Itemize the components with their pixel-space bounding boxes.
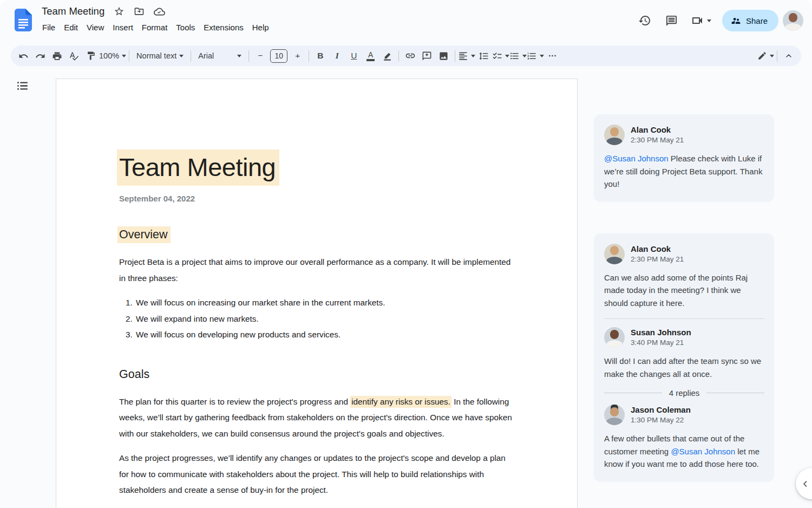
commenter-name: Alan Cook bbox=[631, 125, 684, 134]
meet-dropdown-caret-icon[interactable] bbox=[707, 19, 711, 22]
highlight-color-button[interactable] bbox=[379, 48, 396, 64]
list-item[interactable]: We will expand into new markets. bbox=[135, 311, 514, 327]
comment-timestamp: 1:30 PM May 22 bbox=[631, 416, 691, 424]
phases-numbered-list[interactable]: We will focus on increasing our market s… bbox=[119, 295, 514, 343]
cloud-saved-icon[interactable] bbox=[154, 6, 165, 17]
line-spacing-button[interactable] bbox=[475, 48, 492, 64]
goals-paragraph-2[interactable]: As the project progresses, we’ll identif… bbox=[119, 450, 514, 498]
print-button[interactable] bbox=[49, 48, 66, 64]
star-icon[interactable] bbox=[114, 6, 125, 17]
document-outline-icon bbox=[16, 79, 29, 93]
undo-button[interactable] bbox=[15, 48, 32, 64]
menu-tools[interactable]: Tools bbox=[172, 21, 199, 34]
comment-timestamp: 2:30 PM May 21 bbox=[631, 136, 684, 144]
overview-heading[interactable]: Overview bbox=[119, 228, 514, 242]
insert-link-button[interactable] bbox=[402, 48, 418, 64]
reply-body: A few other bullets that came out of the… bbox=[604, 432, 764, 471]
comment-thread-2[interactable]: Alan Cook 2:30 PM May 21 Can we also add… bbox=[594, 233, 774, 482]
google-docs-logo-icon[interactable] bbox=[15, 8, 32, 32]
decrease-font-size-button[interactable]: − bbox=[252, 48, 269, 64]
join-meet-button[interactable] bbox=[687, 9, 715, 32]
document-page[interactable]: Team Meeting September 04, 2022 Overview… bbox=[56, 79, 578, 508]
replies-expander[interactable]: 4 replies bbox=[604, 388, 764, 398]
menu-help[interactable]: Help bbox=[248, 21, 273, 34]
toolbar-divider bbox=[309, 50, 309, 62]
menu-insert[interactable]: Insert bbox=[108, 21, 137, 34]
mention-link[interactable]: @Susan Johnson bbox=[671, 447, 735, 456]
align-select[interactable] bbox=[458, 48, 475, 64]
menu-format[interactable]: Format bbox=[137, 21, 172, 34]
styles-select[interactable]: Normal text bbox=[132, 48, 188, 64]
font-select[interactable]: Arial bbox=[194, 48, 246, 64]
text-color-button[interactable]: A bbox=[362, 48, 379, 64]
menu-extensions[interactable]: Extensions bbox=[199, 21, 247, 34]
doc-title-text-highlighted: Team Meeting bbox=[117, 149, 279, 186]
commenter-name: Susan Johnson bbox=[631, 327, 691, 337]
move-folder-icon[interactable] bbox=[134, 6, 145, 17]
font-value: Arial bbox=[198, 51, 214, 60]
replies-count-label: 4 replies bbox=[669, 388, 700, 398]
mention-link[interactable]: @Susan Johnson bbox=[604, 154, 669, 163]
doc-title-line[interactable]: Team Meeting bbox=[119, 149, 514, 186]
document-title[interactable]: Team Meeting bbox=[42, 5, 104, 17]
menu-view[interactable]: View bbox=[82, 21, 108, 34]
font-size-input[interactable]: 10 bbox=[270, 49, 287, 63]
doc-date[interactable]: September 04, 2022 bbox=[119, 194, 514, 203]
toolbar-divider bbox=[777, 50, 777, 62]
goals-paragraph-1[interactable]: The plan for this quarter is to review t… bbox=[119, 394, 514, 442]
underline-button[interactable]: U bbox=[345, 48, 362, 64]
list-item[interactable]: We will focus on developing new products… bbox=[135, 327, 514, 343]
font-caret-icon bbox=[237, 55, 241, 57]
paint-format-button[interactable] bbox=[82, 48, 99, 64]
comment-timestamp: 3:40 PM May 21 bbox=[631, 338, 691, 347]
undo-icon bbox=[18, 51, 29, 61]
open-comments-button[interactable] bbox=[660, 9, 683, 32]
more-icon: ⋯ bbox=[548, 51, 557, 61]
highlighter-icon bbox=[382, 51, 392, 61]
checklist-select[interactable] bbox=[492, 48, 509, 64]
toolbar-divider bbox=[455, 50, 455, 62]
styles-caret-icon bbox=[179, 55, 184, 57]
commenter-avatar bbox=[604, 405, 625, 425]
menu-edit[interactable]: Edit bbox=[60, 21, 82, 34]
show-document-outline-button[interactable] bbox=[16, 79, 29, 93]
checklist-caret-icon bbox=[505, 55, 509, 57]
share-button[interactable]: Share bbox=[722, 10, 778, 31]
numbered-list-icon bbox=[527, 51, 537, 61]
editing-mode-select[interactable] bbox=[757, 48, 774, 64]
redo-button[interactable] bbox=[32, 48, 49, 64]
menu-file[interactable]: File bbox=[38, 21, 60, 34]
italic-button[interactable]: I bbox=[329, 48, 345, 64]
insert-image-icon bbox=[438, 51, 449, 61]
align-left-icon bbox=[458, 51, 468, 61]
editing-mode-caret-icon bbox=[770, 55, 774, 57]
collapse-toolbar-button[interactable] bbox=[780, 48, 797, 64]
numbered-list-select[interactable] bbox=[527, 48, 544, 64]
increase-font-size-button[interactable]: + bbox=[289, 48, 306, 64]
bold-button[interactable]: B bbox=[312, 48, 329, 64]
add-comment-button[interactable] bbox=[418, 48, 435, 64]
toolbar-divider bbox=[129, 50, 129, 62]
list-item[interactable]: We will focus on increasing our market s… bbox=[135, 295, 514, 311]
insert-image-button[interactable] bbox=[435, 48, 452, 64]
comment-timestamp: 2:30 PM May 21 bbox=[631, 255, 684, 263]
goals-heading[interactable]: Goals bbox=[119, 368, 514, 381]
bulleted-list-icon bbox=[509, 51, 520, 61]
collapse-toolbar-icon bbox=[784, 51, 793, 60]
more-toolbar-button[interactable]: ⋯ bbox=[544, 48, 561, 64]
zoom-select[interactable]: 100% bbox=[99, 48, 126, 64]
history-icon bbox=[638, 14, 651, 27]
print-icon bbox=[52, 51, 62, 61]
bulleted-list-caret-icon bbox=[522, 55, 527, 57]
account-avatar[interactable] bbox=[783, 10, 803, 31]
toolbar-divider bbox=[191, 50, 191, 62]
spellcheck-button[interactable] bbox=[66, 48, 82, 64]
version-history-button[interactable] bbox=[633, 9, 656, 32]
link-icon bbox=[405, 50, 416, 61]
overview-paragraph[interactable]: Project Beta is a project that aims to i… bbox=[119, 254, 514, 286]
highlighted-text: identify any risks or issues. bbox=[350, 396, 451, 408]
collapse-sidebar-button[interactable] bbox=[796, 468, 812, 499]
comment-thread-1[interactable]: Alan Cook 2:30 PM May 21 @Susan Johnson … bbox=[594, 114, 774, 202]
bulleted-list-select[interactable] bbox=[509, 48, 527, 64]
divider-line bbox=[604, 393, 662, 393]
